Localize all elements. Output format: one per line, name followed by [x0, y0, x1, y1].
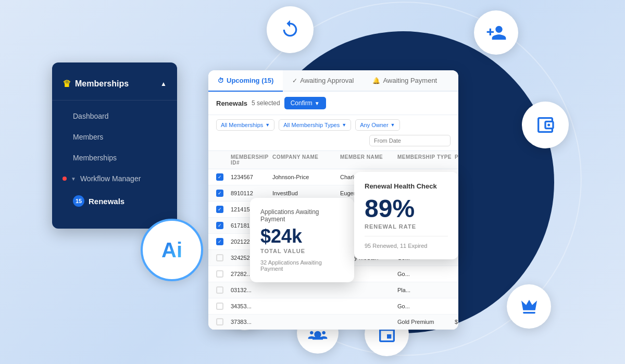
row-checkbox[interactable]: ✓ — [216, 190, 223, 197]
chevron-down-btn-icon: ▼ — [315, 101, 320, 106]
row-checkbox[interactable] — [216, 286, 223, 294]
payment-card: Applications Awaiting Payment $24k TOTAL… — [250, 198, 354, 282]
col-price: PRICE — [455, 154, 458, 166]
refresh-icon-circle[interactable] — [267, 6, 314, 53]
row-id: 03132... — [231, 287, 272, 293]
table-row: 03132... Pla... C... — [208, 282, 458, 298]
sidebar-title: Memberships — [75, 79, 129, 89]
row-company: Johnson-Price — [272, 174, 340, 180]
row-price: $ 2000 — [455, 319, 458, 325]
payment-card-title: Applications Awaiting Payment — [260, 208, 344, 223]
renewals-badge: 15 — [73, 195, 84, 207]
filter-membership-types[interactable]: All Membership Types ▼ — [279, 119, 351, 131]
row-type: Pla... — [397, 287, 455, 293]
date-filter-input[interactable] — [369, 135, 451, 146]
health-title: Renewal Health Check — [365, 182, 448, 190]
row-checkbox[interactable] — [216, 303, 223, 310]
row-checkbox[interactable]: ✓ — [216, 206, 223, 213]
sidebar: ♛ Memberships ▲ Dashboard Members Member… — [52, 62, 177, 229]
renewals-label: Renewals — [89, 197, 124, 206]
payment-sub-text: 32 Applications Awaiting Payment — [260, 259, 344, 272]
wallet-icon-circle[interactable] — [522, 102, 569, 148]
crown-sidebar-icon: ♛ — [63, 78, 71, 90]
row-checkbox[interactable] — [216, 254, 223, 261]
table-row: 34353... Go... ConfirmRe... — [208, 298, 458, 315]
row-type: Go... — [397, 303, 455, 309]
sidebar-item-dashboard[interactable]: Dashboard — [52, 106, 177, 127]
chevron-filter2-icon: ▼ — [342, 122, 346, 128]
filter-bar: All Memberships ▼ All Membership Types ▼… — [208, 115, 458, 151]
tab-awaiting-payment[interactable]: 🔔 Awaiting Payment — [363, 70, 446, 92]
ai-logo-text: Ai — [161, 239, 182, 262]
table-header: MEMBERSHIP ID# COMPANY NAME MEMBER NAME … — [208, 151, 458, 169]
table-row: 37383... Gold Premium $ 2000 12/28/2025 — [208, 315, 458, 330]
row-id: 34353... — [231, 303, 272, 309]
renewals-bar-label: Renewals — [216, 99, 247, 107]
col-type: MEMBERSHIP TYPE — [397, 154, 455, 166]
selected-count: 5 selected — [252, 99, 280, 107]
confirm-button[interactable]: Confirm ▼ — [284, 97, 326, 109]
row-company: InvestBud — [272, 190, 340, 196]
sidebar-item-memberships[interactable]: Memberships — [52, 147, 177, 168]
renewals-bar: Renewals 5 selected Confirm ▼ — [208, 92, 458, 115]
sidebar-item-renewals[interactable]: 15 Renewals — [52, 189, 177, 213]
col-company: COMPANY NAME — [272, 154, 340, 166]
col-id: MEMBERSHIP ID# — [231, 154, 272, 166]
health-stats: 95 Renewed, 11 Expired — [365, 236, 448, 249]
row-type: Go... — [397, 271, 455, 277]
row-type: Gold Premium — [397, 319, 455, 325]
sidebar-item-workflow[interactable]: ▼ Workflow Manager — [52, 168, 177, 189]
health-card: Renewal Health Check 89% RENEWAL RATE 95… — [354, 172, 458, 259]
col-check — [216, 154, 231, 166]
svg-point-0 — [547, 124, 550, 127]
payment-label: TOTAL VALUE — [260, 248, 344, 254]
chevron-filter3-icon: ▼ — [391, 122, 395, 128]
sidebar-items: Dashboard Members Memberships ▼ Workflow… — [52, 101, 177, 218]
row-id: 37383... — [231, 319, 272, 325]
tabs-bar: ⏱ Upcoming (15) ✓ Awaiting Approval 🔔 Aw… — [208, 70, 458, 92]
row-checkbox[interactable] — [216, 270, 223, 278]
row-id: 8910112 — [231, 190, 272, 196]
tab-upcoming[interactable]: ⏱ Upcoming (15) — [208, 70, 283, 92]
crown-icon-circle[interactable] — [507, 284, 551, 329]
health-percent: 89% — [365, 196, 448, 221]
tab-awaiting-approval[interactable]: ✓ Awaiting Approval — [283, 70, 363, 92]
sidebar-header-left: ♛ Memberships — [63, 78, 129, 90]
row-checkbox[interactable]: ✓ — [216, 222, 223, 229]
chevron-down-icon: ▼ — [71, 176, 76, 182]
sidebar-header: ♛ Memberships ▲ — [52, 73, 177, 101]
red-dot-icon — [63, 177, 67, 181]
row-checkbox[interactable]: ✓ — [216, 173, 223, 181]
col-member: MEMBER NAME — [340, 154, 397, 166]
chevron-up-icon[interactable]: ▲ — [160, 80, 167, 87]
add-user-icon-circle[interactable] — [474, 10, 518, 55]
chevron-filter-icon: ▼ — [265, 122, 270, 128]
row-checkbox[interactable] — [216, 318, 223, 325]
row-id: 1234567 — [231, 174, 272, 180]
row-checkbox[interactable]: ✓ — [216, 238, 223, 245]
sidebar-item-members[interactable]: Members — [52, 127, 177, 147]
filter-all-memberships[interactable]: All Memberships ▼ — [216, 119, 274, 131]
payment-amount: $24k — [260, 227, 344, 246]
workflow-label: Workflow Manager — [80, 174, 141, 183]
filter-owner[interactable]: Any Owner ▼ — [355, 119, 399, 131]
health-rate-label: RENEWAL RATE — [365, 223, 448, 230]
ai-logo-circle: Ai — [141, 219, 203, 281]
